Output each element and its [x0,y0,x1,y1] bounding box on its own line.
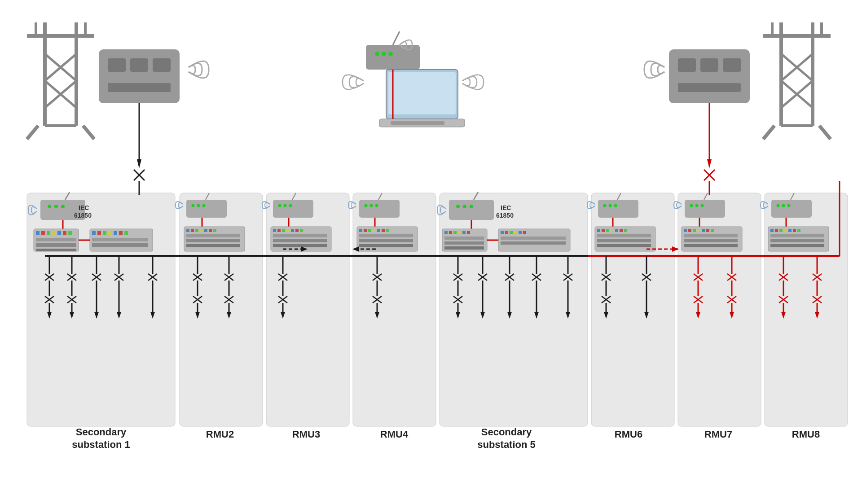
svg-rect-205 [684,239,738,242]
svg-rect-167 [514,231,517,234]
svg-rect-103 [195,229,198,232]
svg-point-148 [470,205,473,208]
svg-point-129 [365,204,368,207]
svg-rect-203 [711,229,714,232]
svg-rect-173 [598,200,638,218]
svg-rect-85 [97,231,101,235]
svg-rect-204 [684,234,738,237]
svg-rect-106 [209,229,212,232]
svg-point-66 [54,205,58,208]
ss1-label-line2: substation 1 [72,439,130,450]
rmu4-label: RMU4 [380,429,409,440]
svg-rect-214 [770,229,774,232]
svg-rect-136 [364,229,367,232]
svg-rect-120 [282,229,285,232]
svg-rect-181 [602,229,605,232]
svg-rect-198 [688,229,691,232]
svg-line-17 [27,126,38,139]
svg-rect-190 [685,200,725,218]
svg-rect-184 [615,229,618,232]
svg-rect-216 [779,229,783,232]
svg-rect-82 [36,249,76,251]
svg-rect-183 [611,229,614,232]
svg-rect-127 [273,244,327,247]
svg-rect-37 [669,49,750,103]
svg-rect-206 [684,244,738,247]
svg-rect-137 [368,229,371,232]
rmu2-label: RMU2 [206,429,234,440]
svg-rect-21 [108,58,126,72]
svg-rect-78 [63,231,66,235]
svg-point-131 [375,204,378,207]
svg-rect-24 [108,83,171,92]
svg-point-65 [48,205,51,208]
svg-rect-157 [458,231,461,234]
svg-rect-84 [92,231,96,235]
svg-rect-39 [700,58,718,72]
svg-rect-89 [119,231,123,235]
svg-rect-40 [723,58,741,72]
svg-rect-142 [359,234,413,237]
network-diagram: IEC 61850 [0,0,862,504]
svg-rect-160 [444,237,484,240]
svg-rect-38 [678,58,696,72]
svg-rect-218 [788,229,792,232]
svg-rect-81 [36,243,76,247]
svg-rect-185 [620,229,623,232]
svg-rect-202 [706,229,709,232]
rmu7-label: RMU7 [704,429,732,440]
svg-rect-165 [505,231,508,234]
rmu8-label: RMU8 [792,429,820,440]
svg-rect-138 [373,229,376,232]
svg-rect-111 [273,200,313,218]
svg-rect-74 [41,231,45,235]
svg-text:IEC: IEC [501,204,511,211]
svg-rect-154 [444,231,448,234]
svg-point-176 [614,204,617,207]
svg-point-97 [202,204,206,207]
svg-point-113 [284,204,287,207]
svg-line-46 [393,31,400,45]
svg-rect-48 [388,72,456,114]
svg-rect-104 [200,229,203,232]
svg-rect-220 [797,229,800,232]
svg-point-146 [456,205,460,208]
rmu6-label: RMU6 [615,429,642,440]
svg-rect-125 [273,234,327,237]
svg-point-193 [701,204,704,207]
svg-rect-171 [501,241,566,245]
svg-rect-23 [153,58,171,72]
svg-rect-123 [295,229,299,232]
svg-point-114 [289,204,292,207]
svg-rect-110 [186,244,240,247]
svg-rect-79 [68,231,72,235]
svg-point-210 [787,204,791,207]
svg-rect-126 [273,239,327,242]
svg-point-96 [197,204,200,207]
svg-rect-158 [462,231,466,234]
svg-rect-189 [597,244,651,247]
svg-rect-223 [770,244,824,247]
svg-rect-75 [47,231,50,235]
rmu3-label: RMU3 [292,429,320,440]
svg-rect-215 [775,229,778,232]
svg-point-147 [463,205,466,208]
svg-rect-139 [377,229,380,232]
svg-rect-164 [501,231,504,234]
svg-rect-217 [784,229,787,232]
svg-rect-200 [697,229,700,232]
svg-rect-118 [273,229,276,232]
svg-point-130 [370,204,373,207]
svg-rect-188 [597,239,651,242]
svg-rect-20 [99,49,180,103]
svg-rect-105 [204,229,207,232]
svg-point-43 [375,52,379,56]
svg-rect-108 [186,234,240,237]
svg-rect-168 [519,231,522,234]
svg-rect-4 [440,193,588,426]
svg-rect-41 [678,83,741,92]
svg-rect-207 [771,200,812,218]
svg-rect-124 [300,229,303,232]
svg-text:61850: 61850 [496,212,514,219]
svg-rect-143 [359,239,413,242]
